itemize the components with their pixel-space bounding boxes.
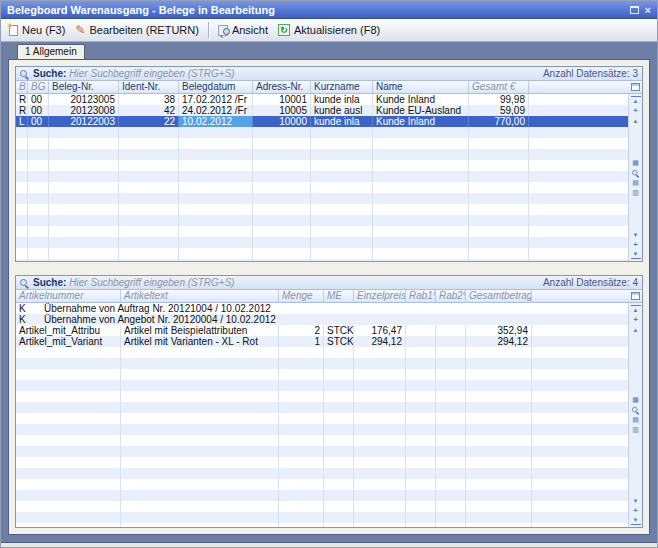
column-header-rab1[interactable]: Rab1% — [406, 290, 436, 302]
search-bar[interactable]: Suche:Hier Suchbegriff eingeben (STRG+S)… — [16, 67, 642, 81]
column-header-gesamtbetrag[interactable]: Gesamtbetrag — [466, 290, 532, 302]
column-chooser-button[interactable] — [628, 81, 642, 93]
cell[interactable]: Artikel mit Beispielattributen — [121, 325, 279, 336]
column-header-gesamt[interactable]: Gesamt € — [469, 81, 529, 93]
cell[interactable]: 294,12 — [354, 336, 406, 347]
column-customize-icon[interactable]: ▦ — [631, 396, 641, 405]
cell[interactable]: L — [16, 116, 28, 127]
scroll-to-top-icon[interactable]: ▲ — [631, 96, 641, 105]
scroll-to-bottom-icon[interactable]: ▼ — [631, 250, 641, 259]
view-button[interactable]: Ansicht — [213, 22, 273, 38]
cell[interactable]: 00 — [28, 94, 49, 105]
cell[interactable]: 10000 — [253, 116, 311, 127]
column-chooser-button[interactable] — [628, 290, 642, 302]
page-up-icon[interactable]: + — [631, 106, 641, 115]
cell[interactable]: Kunde EU-Ausland — [373, 105, 469, 116]
search-mini-icon[interactable] — [631, 406, 641, 415]
column-header-artikelnummer[interactable]: Artikelnummer — [16, 290, 121, 302]
page-up-icon[interactable]: + — [631, 315, 641, 324]
note-row[interactable]: KÜbernahme von Auftrag Nr. 20121004 / 10… — [16, 303, 628, 314]
cell[interactable]: Artikel_mit_Variant — [16, 336, 121, 347]
cell[interactable]: Kunde Inland — [373, 94, 469, 105]
tab-allgemein[interactable]: 1 Allgemein — [17, 44, 85, 59]
scroll-up-icon[interactable]: ▲ — [631, 325, 641, 334]
cell[interactable]: 22 — [119, 116, 179, 127]
close-button[interactable]: × — [645, 5, 651, 15]
cell[interactable]: kunde inla — [311, 116, 373, 127]
column-header-me[interactable]: ME — [324, 290, 354, 302]
cell[interactable]: Artikel_mit_Attribu — [16, 325, 121, 336]
page-down-icon[interactable]: + — [631, 506, 641, 515]
scroll-up-icon[interactable]: ▲ — [631, 116, 641, 125]
cell[interactable] — [406, 336, 436, 347]
search-mini-icon[interactable] — [631, 168, 641, 177]
column-header-b[interactable]: B — [16, 81, 28, 93]
cell[interactable]: 00 — [28, 116, 49, 127]
column-header-rab2[interactable]: Rab2% — [436, 290, 466, 302]
table-row[interactable]: R00201230084224.02.2012 /Fr10005kunde au… — [16, 105, 628, 116]
column-header-einzelpreis[interactable]: Einzelpreis — [354, 290, 406, 302]
cell[interactable]: 20123005 — [49, 94, 119, 105]
cell[interactable]: 176,47 — [354, 325, 406, 336]
note-row[interactable]: KÜbernahme von Angebot Nr. 20120004 / 10… — [16, 314, 628, 325]
cell[interactable]: Artikel mit Varianten - XL - Rot — [121, 336, 279, 347]
column-header-artikeltext[interactable]: Artikeltext — [121, 290, 279, 302]
cell[interactable]: 10001 — [253, 94, 311, 105]
filter-icon[interactable]: ▤ — [631, 416, 641, 425]
cell[interactable]: STCK — [324, 325, 354, 336]
refresh-button[interactable]: ↻ Aktualisieren (F8) — [273, 22, 385, 38]
restore-button[interactable] — [630, 6, 639, 14]
column-header-bg[interactable]: BG — [28, 81, 49, 93]
column-header-beleg-nr[interactable]: Beleg-Nr. — [49, 81, 119, 93]
scroll-down-icon[interactable]: ▼ — [631, 230, 641, 239]
cell[interactable]: kunde inla — [311, 94, 373, 105]
cell[interactable]: 00 — [28, 105, 49, 116]
bookmark-icon[interactable]: ▥ — [631, 426, 641, 435]
titlebar[interactable]: Belegboard Warenausgang - Belege in Bear… — [1, 1, 657, 19]
cell[interactable]: 294,12 — [466, 336, 532, 347]
edit-button[interactable]: ✎ Bearbeiten (RETURN) — [70, 22, 203, 38]
cell[interactable]: 770,00 — [469, 116, 529, 127]
page-down-icon[interactable]: + — [631, 240, 641, 249]
search-bar[interactable]: Suche:Hier Suchbegriff eingeben (STRG+S)… — [16, 276, 642, 290]
column-header-menge[interactable]: Menge — [279, 290, 324, 302]
cell[interactable] — [406, 325, 436, 336]
column-header-belegdatum[interactable]: Belegdatum — [179, 81, 253, 93]
cell[interactable]: 38 — [119, 94, 179, 105]
filter-icon[interactable]: ▤ — [631, 178, 641, 187]
cell[interactable]: 10.02.2012 — [179, 116, 253, 127]
column-header-name[interactable]: Name — [373, 81, 469, 93]
cell[interactable]: 2 — [279, 325, 324, 336]
cell[interactable]: 42 — [119, 105, 179, 116]
table-row[interactable]: L00201220032210.02.201210000kunde inlaKu… — [16, 116, 628, 127]
cell[interactable]: R — [16, 94, 28, 105]
column-header-adress-nr[interactable]: Adress-Nr. — [253, 81, 311, 93]
cell[interactable] — [436, 336, 466, 347]
cell[interactable]: STCK — [324, 336, 354, 347]
table-row[interactable]: R00201230053817.02.2012 /Fr10001kunde in… — [16, 94, 628, 105]
cell[interactable]: 20123008 — [49, 105, 119, 116]
column-customize-icon[interactable]: ▦ — [631, 158, 641, 167]
cell[interactable]: R — [16, 105, 28, 116]
cell[interactable]: 24.02.2012 /Fr — [179, 105, 253, 116]
new-button[interactable]: Neu (F3) — [4, 22, 70, 38]
cell[interactable]: 99,98 — [469, 94, 529, 105]
empty-cell — [49, 204, 119, 215]
bookmark-icon[interactable]: ▥ — [631, 188, 641, 197]
table-row[interactable]: Artikel_mit_AttribuArtikel mit Beispiela… — [16, 325, 628, 336]
cell[interactable]: 10005 — [253, 105, 311, 116]
cell[interactable] — [436, 325, 466, 336]
cell[interactable]: Kunde Inland — [373, 116, 469, 127]
scroll-to-top-icon[interactable]: ▲ — [631, 305, 641, 314]
column-header-kurzname[interactable]: Kurzname — [311, 81, 373, 93]
cell[interactable]: 1 — [279, 336, 324, 347]
column-header-ident-nr[interactable]: Ident-Nr. — [119, 81, 179, 93]
scroll-down-icon[interactable]: ▼ — [631, 496, 641, 505]
scroll-to-bottom-icon[interactable]: ▼ — [631, 516, 641, 525]
cell[interactable]: 59,09 — [469, 105, 529, 116]
table-row[interactable]: Artikel_mit_VariantArtikel mit Varianten… — [16, 336, 628, 347]
cell[interactable]: kunde ausl — [311, 105, 373, 116]
cell[interactable]: 352,94 — [466, 325, 532, 336]
cell[interactable]: 20122003 — [49, 116, 119, 127]
cell[interactable]: 17.02.2012 /Fr — [179, 94, 253, 105]
